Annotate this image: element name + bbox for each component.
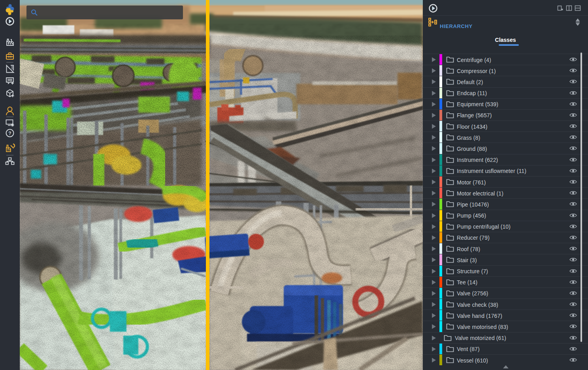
svg-text:?: ? bbox=[8, 131, 11, 136]
